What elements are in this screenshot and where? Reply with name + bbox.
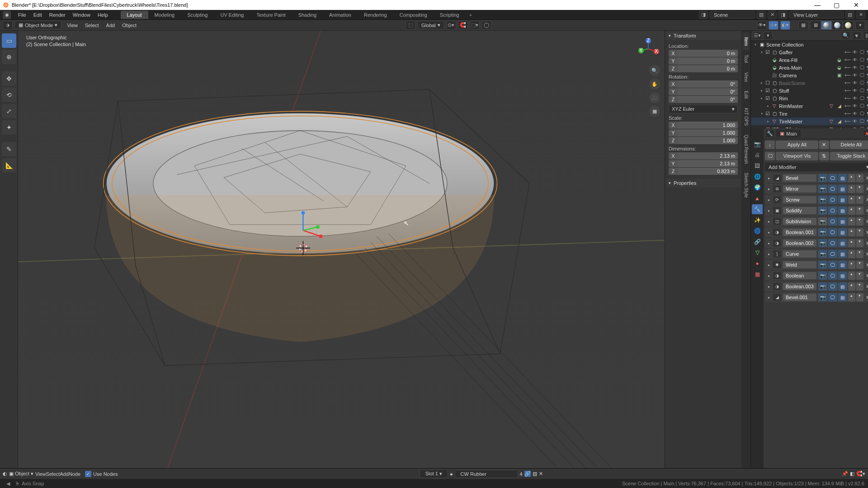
outliner-search-icon[interactable]: 🔍 [841, 32, 850, 40]
node-menu-add[interactable]: Add [60, 471, 69, 477]
close-button[interactable]: ✕ [847, 1, 865, 9]
workspace-tab-compositing[interactable]: Compositing [393, 11, 434, 19]
disable-icon[interactable]: 🖵 [859, 103, 866, 108]
editmode-toggle[interactable]: ▤ [838, 174, 847, 182]
vp-menu-object[interactable]: Object [118, 22, 140, 29]
viewport-vis-button[interactable]: Viewport Vis [776, 152, 818, 160]
rotation-mode-dropdown[interactable]: XYZ Euler▾ [669, 105, 738, 113]
editmode-toggle[interactable]: ▤ [838, 185, 847, 193]
perspective-icon[interactable]: ▦ [649, 106, 660, 117]
rotate-tool[interactable]: ⟲ [2, 88, 16, 102]
modifier-boolean-002[interactable]: ▸◑Boolean.002📷🖵▤▴▾✕ [765, 238, 868, 248]
vp-menu-add[interactable]: Add [103, 22, 119, 29]
wireframe-shading[interactable]: ⊞ [810, 21, 821, 30]
render-toggle[interactable]: 📷 [818, 282, 827, 291]
modifier-name-field[interactable]: Curve [783, 250, 816, 258]
render-toggle[interactable]: 📷 [818, 228, 827, 236]
disable-icon[interactable]: 🖵 [859, 88, 866, 93]
modifier-name-field[interactable]: Screw [783, 196, 816, 203]
ntab-view[interactable]: View [743, 68, 750, 87]
pin-icon[interactable]: 📌 [842, 471, 848, 477]
modifier-solidify[interactable]: ▸▣Solidify📷🖵▤▴▾✕ [765, 206, 868, 216]
menu-render[interactable]: Render [46, 12, 69, 18]
texture-tab[interactable]: ▦ [752, 269, 763, 279]
modifier-bevel[interactable]: ▸◢Bevel📷🖵▤▴▾✕ [765, 173, 868, 183]
viewport-toggle[interactable]: 🖵 [828, 217, 837, 225]
ntab-sketch-style[interactable]: Sketch Style [743, 168, 750, 202]
workspace-tab-shading[interactable]: Shading [292, 11, 323, 19]
modifier-mirror[interactable]: ▸⧉Mirror📷🖵▤▴▾✕ [765, 184, 868, 194]
properties-section-header[interactable]: Properties [666, 179, 741, 187]
workspace-tab-modeling[interactable]: Modeling [148, 11, 181, 19]
outliner-item-camera[interactable]: 🎥Camera▣⟵👁🖵📷 [751, 71, 868, 79]
modifier-weld[interactable]: ▸✱Weld📷🖵▤▴▾✕ [765, 260, 868, 270]
exclude-icon[interactable]: ⟵ [844, 103, 851, 108]
render-toggle[interactable]: 📷 [818, 196, 827, 204]
workspace-tab-rendering[interactable]: Rendering [358, 11, 393, 19]
outliner-root[interactable]: ▾▣Scene Collection [751, 41, 868, 48]
modifier-name-field[interactable]: Bevel [783, 174, 816, 182]
disable-icon[interactable]: 🖵 [859, 111, 866, 116]
move-down-button[interactable]: ▾ [856, 272, 863, 280]
mesh-tab[interactable]: ▽ [752, 248, 763, 258]
expand-icon[interactable]: ▸ [766, 176, 772, 180]
blender-icon[interactable]: ◉ [3, 11, 11, 19]
workspace-add-button[interactable]: + [466, 12, 476, 18]
toggle-stack-button[interactable]: Toggle Stack [830, 152, 868, 160]
expand-icon[interactable]: ▸ [766, 209, 772, 213]
render-toggle[interactable]: 📷 [818, 250, 827, 258]
scene-browse-icon[interactable]: ◨ [699, 11, 708, 19]
modifier-subdivision[interactable]: ▸◫Subdivision📷🖵▤▴▾✕ [765, 216, 868, 226]
hide-icon[interactable]: 👁 [851, 103, 859, 108]
disable-icon[interactable]: 🖵 [859, 73, 866, 78]
viewlayer-browse-icon[interactable]: ◨ [778, 11, 788, 19]
modifier-boolean-001[interactable]: ▸◑Boolean.001📷🖵▤▴▾✕ [765, 227, 868, 237]
object-type-visibility[interactable]: 👁▾ [757, 21, 767, 30]
measure-tool[interactable]: 📐 [2, 158, 16, 173]
outliner-item-stuff[interactable]: ▸☑▢Stuff⟵👁🖵📷 [751, 87, 868, 94]
render-icon[interactable]: 📷 [866, 80, 868, 85]
editmode-toggle[interactable]: ▤ [838, 261, 847, 269]
maximize-button[interactable]: ▢ [828, 1, 846, 9]
move-down-button[interactable]: ▾ [856, 261, 863, 269]
viewlayer-dropdown[interactable]: View Layer [789, 11, 844, 19]
viewport-toggle[interactable]: 🖵 [828, 239, 837, 247]
viewport-toggle[interactable]: 🖵 [828, 272, 837, 280]
outliner-item-rim[interactable]: ▸☑▢Rim⟵👁🖵📷 [751, 94, 868, 102]
outliner-item-basicscene[interactable]: ▸☐▢BasicScene⟵👁🖵📷 [751, 79, 868, 87]
modifier-name-field[interactable]: Bevel.001 [783, 294, 816, 301]
cursor-tool[interactable]: ⊕ [2, 50, 16, 64]
location-y-field[interactable]: 0 m [678, 57, 738, 65]
hide-icon[interactable]: 👁 [851, 80, 859, 85]
workspace-tab-uv-editing[interactable]: UV Editing [214, 11, 250, 19]
editmode-toggle[interactable]: ▤ [838, 250, 847, 258]
exclude-icon[interactable]: ⟵ [844, 65, 851, 70]
overlay-toggle[interactable]: ◐▾ [780, 21, 790, 30]
move-down-button[interactable]: ▾ [856, 196, 863, 204]
delete-modifier-button[interactable]: ✕ [864, 273, 868, 279]
collection-checkbox[interactable]: ☑ [764, 111, 771, 117]
modifier-name-field[interactable]: Weld [783, 261, 816, 268]
viewport-vis-icon[interactable]: 🖵 [765, 152, 775, 160]
editmode-toggle[interactable]: ▤ [838, 228, 847, 236]
pin-icon[interactable]: 📌 [863, 130, 868, 138]
move-down-button[interactable]: ▾ [856, 250, 863, 258]
node-menu-select[interactable]: Select [46, 471, 60, 477]
vp-menu-view[interactable]: View [63, 22, 81, 29]
viewport-toggle[interactable]: 🖵 [828, 206, 837, 215]
workspace-tab-sculpting[interactable]: Sculpting [181, 11, 214, 19]
modifier-name-field[interactable]: Boolean.001 [783, 229, 816, 236]
object-tab[interactable]: ▲ [752, 193, 763, 203]
render-icon[interactable]: 📷 [866, 50, 868, 55]
material-users-label[interactable]: 4 [520, 471, 523, 477]
move-up-button[interactable]: ▴ [848, 174, 855, 182]
location-x-field[interactable]: 0 m [678, 50, 738, 57]
delete-modifier-button[interactable]: ✕ [864, 219, 868, 225]
delete-modifier-button[interactable]: ✕ [864, 175, 868, 181]
node-menu-view[interactable]: View [35, 471, 46, 477]
collection-checkbox[interactable]: ☑ [764, 88, 771, 94]
move-down-button[interactable]: ▾ [856, 217, 863, 225]
rotation-z-field[interactable]: 0° [678, 96, 738, 103]
render-toggle[interactable]: 📷 [818, 239, 827, 247]
expand-icon[interactable]: ▸ [766, 241, 772, 245]
